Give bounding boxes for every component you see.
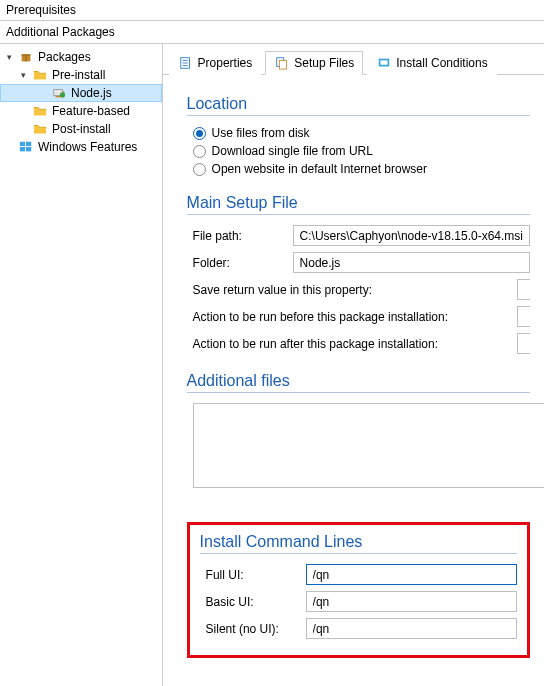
tree-item-post-install[interactable]: Post-install: [0, 120, 162, 138]
basic-ui-input[interactable]: [306, 591, 517, 612]
tab-install-conditions[interactable]: Install Conditions: [367, 51, 496, 75]
save-return-label: Save return value in this property:: [193, 283, 403, 297]
tree-item-windows-features[interactable]: Windows Features: [0, 138, 162, 156]
radio-label: Use files from disk: [212, 126, 310, 140]
install-cmd-highlight: Install Command Lines Full UI: Basic UI:…: [187, 522, 530, 658]
tree-label: Post-install: [52, 122, 111, 136]
section-location: Location: [187, 95, 530, 116]
folder-icon: [32, 67, 48, 83]
svg-rect-2: [25, 54, 27, 61]
after-action-input[interactable]: [517, 333, 530, 354]
tree-label: Pre-install: [52, 68, 105, 82]
tab-label: Install Conditions: [396, 56, 487, 70]
setup-files-icon: [274, 55, 290, 71]
silent-ui-input[interactable]: [306, 618, 517, 639]
component-icon: [51, 85, 67, 101]
file-path-label: File path:: [193, 229, 293, 243]
package-icon: [18, 49, 34, 65]
tree-item-feature-based[interactable]: Feature-based: [0, 102, 162, 120]
silent-ui-label: Silent (no UI):: [206, 622, 306, 636]
tree-item-packages[interactable]: ▾ Packages: [0, 48, 162, 66]
section-main-setup: Main Setup File: [187, 194, 530, 215]
folder-icon: [32, 121, 48, 137]
radio-use-files-disk[interactable]: Use files from disk: [193, 126, 530, 140]
svg-rect-9: [26, 147, 31, 151]
tab-setup-files[interactable]: Setup Files: [265, 51, 363, 75]
properties-icon: [178, 55, 194, 71]
svg-rect-8: [20, 147, 25, 151]
tree-item-nodejs[interactable]: Node.js: [0, 84, 162, 102]
tree-label: Windows Features: [38, 140, 137, 154]
tree-item-pre-install[interactable]: ▾ Pre-install: [0, 66, 162, 84]
radio-label: Open website in default Internet browser: [212, 162, 427, 176]
basic-ui-label: Basic UI:: [206, 595, 306, 609]
full-ui-label: Full UI:: [206, 568, 306, 582]
radio-open-browser[interactable]: Open website in default Internet browser: [193, 162, 530, 176]
tab-label: Properties: [198, 56, 253, 70]
tree-label: Packages: [38, 50, 91, 64]
after-action-label: Action to be run after this package inst…: [193, 337, 463, 351]
svg-point-5: [60, 92, 65, 97]
radio-icon: [193, 145, 206, 158]
additional-files-list[interactable]: [193, 403, 544, 488]
svg-rect-7: [26, 142, 31, 146]
save-return-input[interactable]: [517, 279, 530, 300]
file-path-input[interactable]: C:\Users\Caphyon\node-v18.15.0-x64.msi: [293, 225, 530, 246]
tab-label: Setup Files: [294, 56, 354, 70]
svg-rect-15: [280, 60, 287, 69]
page-title-additional-packages: Additional Packages: [0, 21, 544, 44]
radio-icon: [193, 127, 206, 140]
caret-down-icon: ▾: [18, 70, 28, 80]
page-title-prerequisites: Prerequisites: [0, 0, 544, 21]
tree-pane: ▾ Packages ▾ Pre-install: [0, 44, 163, 686]
before-action-input[interactable]: [517, 306, 530, 327]
folder-label: Folder:: [193, 256, 293, 270]
svg-rect-6: [20, 142, 25, 146]
tab-bar: Properties Setup Files Install Condition…: [163, 44, 544, 75]
svg-rect-17: [381, 60, 388, 64]
install-conditions-icon: [376, 55, 392, 71]
tree-label: Node.js: [71, 86, 112, 100]
radio-icon: [193, 163, 206, 176]
radio-label: Download single file from URL: [212, 144, 373, 158]
tab-properties[interactable]: Properties: [169, 51, 262, 75]
radio-download-url[interactable]: Download single file from URL: [193, 144, 530, 158]
folder-icon: [32, 103, 48, 119]
caret-down-icon: ▾: [4, 52, 14, 62]
tree-label: Feature-based: [52, 104, 130, 118]
section-install-cmd: Install Command Lines: [200, 533, 517, 554]
windows-icon: [18, 139, 34, 155]
full-ui-input[interactable]: [306, 564, 517, 585]
folder-input[interactable]: Node.js: [293, 252, 530, 273]
section-additional-files: Additional files: [187, 372, 530, 393]
before-action-label: Action to be run before this package ins…: [193, 310, 463, 324]
